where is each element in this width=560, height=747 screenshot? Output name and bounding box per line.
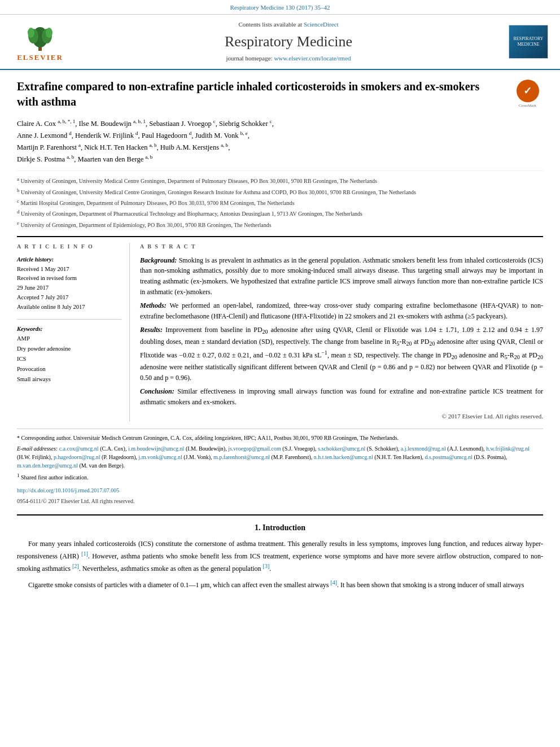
affiliation-d: d University of Groningen, Department of… — [17, 208, 543, 218]
received-revised-date: 29 June 2017 — [17, 283, 121, 293]
abstract-background: Background: Smoking is as prevalent in a… — [140, 255, 543, 297]
history-label: Article history: — [17, 255, 121, 265]
abstract-conclusion: Conclusion: Similar effectiveness in imp… — [140, 386, 543, 407]
elsevier-tree-icon — [23, 20, 57, 51]
ref-4[interactable]: [4] — [330, 579, 337, 586]
keyword-provocation: Provocation — [17, 364, 121, 374]
intro-para-2: Cigarette smoke consists of particles wi… — [17, 578, 543, 591]
authors-text: Claire A. Cox a, b, *, 1, Ilse M. Boudew… — [17, 120, 274, 163]
two-column-section: A R T I C L E I N F O Article history: R… — [17, 236, 543, 422]
article-content: Extrafine compared to non-extrafine part… — [0, 70, 560, 606]
keyword-ics: ICS — [17, 354, 121, 364]
crossmark-circle-icon: ✓ — [517, 80, 539, 102]
article-info-label: A R T I C L E I N F O — [17, 243, 121, 251]
corresponding-address: Universitair Medisch Centrum Groningen, … — [73, 435, 399, 441]
email-vandenberge[interactable]: m.van.den.berge@umcg.nl — [17, 462, 78, 469]
footnotes-section: * Corresponding author. Universitair Med… — [17, 429, 543, 505]
crossmark-label: CrossMark — [519, 103, 536, 109]
journal-center: Contents lists available at ScienceDirec… — [71, 20, 506, 63]
page-wrapper: Respiratory Medicine 130 (2017) 35–42 EL… — [0, 0, 560, 606]
email-addresses: E-mail addresses: c.a.cox@umcg.nl (C.A. … — [17, 444, 543, 470]
keywords-label: Keywords: — [17, 324, 121, 334]
journal-logo-right: RESPIRATORYMEDICINE — [506, 25, 551, 59]
corresponding-star: * Corresponding author. — [17, 435, 73, 441]
article-title: Extrafine compared to non-extrafine part… — [17, 79, 543, 110]
affiliation-b: b University of Groningen, University Me… — [17, 187, 543, 196]
authors-section: Claire A. Cox a, b, *, 1, Ilse M. Boudew… — [17, 117, 543, 165]
crossmark-badge[interactable]: ✓ CrossMark — [512, 79, 543, 110]
email-frijlink[interactable]: h.w.frijlink@rug.nl — [486, 445, 530, 452]
email-hagedoorn[interactable]: p.hagedoorn@rug.nl — [54, 454, 100, 460]
journal-title: Respiratory Medicine — [71, 32, 506, 52]
received-date: Received 1 May 2017 — [17, 265, 121, 274]
science-direct-line: Contents lists available at ScienceDirec… — [71, 20, 506, 29]
crossmark-check-icon: ✓ — [523, 84, 532, 98]
email-farenhorst[interactable]: m.p.farenhorst@umcg.nl — [213, 454, 270, 460]
abstract-methods: Methods: We performed an open-label, ran… — [140, 300, 543, 321]
email-postma[interactable]: d.s.postma@umcg.nl — [425, 454, 472, 460]
journal-reference-bar: Respiratory Medicine 130 (2017) 35–42 — [0, 0, 560, 15]
affiliation-c: c Martini Hospital Groningen, Department… — [17, 198, 543, 207]
email-label: E-mail addresses: — [17, 445, 59, 452]
article-info-column: A R T I C L E I N F O Article history: R… — [17, 243, 130, 422]
ref-2[interactable]: [2] — [72, 563, 79, 569]
article-title-section: Extrafine compared to non-extrafine part… — [17, 79, 543, 110]
shared-author-note: 1 Shared first author indication. — [17, 472, 543, 482]
email-boudewijn[interactable]: i.m.boudewijn@umcg.nl — [128, 445, 184, 452]
article-history: Article history: Received 1 May 2017 Rec… — [17, 255, 121, 312]
keyword-small-airways: Small airways — [17, 374, 121, 385]
elsevier-label: ELSEVIER — [17, 53, 63, 63]
received-revised-label: Received in revised form — [17, 274, 121, 283]
introduction-title: 1. Introduction — [17, 522, 543, 534]
background-text: Smoking is as prevalent in asthmatics as… — [140, 256, 543, 296]
doi-link[interactable]: http://dx.doi.org/10.1016/j.rmed.2017.07… — [17, 487, 119, 493]
results-label: Results: — [140, 326, 163, 334]
background-label: Background: — [140, 256, 177, 264]
accepted-date: Accepted 7 July 2017 — [17, 293, 121, 303]
journal-header: ELSEVIER Contents lists available at Sci… — [0, 15, 560, 69]
svg-point-4 — [28, 28, 34, 38]
intro-para-1: For many years inhaled corticosteroids (… — [17, 539, 543, 574]
methods-text: We performed an open-label, randomized, … — [140, 302, 543, 320]
email-cox[interactable]: c.a.cox@umcg.nl — [59, 445, 99, 452]
introduction-section: 1. Introduction For many years inhaled c… — [17, 514, 543, 591]
affiliation-a: a University of Groningen, University Me… — [17, 176, 543, 185]
email-vroegop[interactable]: js.vroegop@gmail.com — [228, 445, 281, 452]
corresponding-author-note: * Corresponding author. Universitair Med… — [17, 434, 543, 442]
email-tenhacken[interactable]: n.h.t.ten.hacken@umcg.nl — [314, 454, 373, 460]
elsevier-logo: ELSEVIER — [9, 20, 71, 63]
email-schokker[interactable]: s.schokker@umcg.nl — [318, 445, 365, 452]
email-vonk[interactable]: j.m.vonk@umcg.nl — [139, 454, 182, 460]
ref-1[interactable]: [1] — [81, 551, 88, 557]
divider — [17, 319, 121, 320]
svg-point-5 — [46, 28, 53, 38]
abstract-content: Background: Smoking is as prevalent in a… — [140, 255, 543, 422]
doi-section: http://dx.doi.org/10.1016/j.rmed.2017.07… — [17, 486, 543, 495]
abstract-results: Results: Improvement from baseline in PD… — [140, 325, 543, 383]
issn-section: 0954-6111/© 2017 Elsevier Ltd. All right… — [17, 497, 543, 505]
homepage-line: journal homepage: www.elsevier.com/locat… — [71, 54, 506, 63]
resp-med-logo-icon: RESPIRATORYMEDICINE — [509, 25, 548, 59]
homepage-url[interactable]: www.elsevier.com/locate/rmed — [274, 55, 351, 62]
abstract-copyright: © 2017 Elsevier Ltd. All rights reserved… — [140, 412, 543, 421]
abstract-label-header: A B S T R A C T — [140, 243, 543, 251]
keyword-dry-powder: Dry powder adenosine — [17, 344, 121, 354]
conclusion-label: Conclusion: — [140, 387, 174, 395]
science-direct-link[interactable]: ScienceDirect — [304, 21, 339, 28]
affiliation-e: e University of Groningen, Department of… — [17, 220, 543, 229]
svg-rect-6 — [39, 47, 41, 51]
available-date: Available online 8 July 2017 — [17, 303, 121, 312]
affiliations-section: a University of Groningen, University Me… — [17, 171, 543, 229]
abstract-column: A B S T R A C T Background: Smoking is a… — [140, 243, 543, 422]
keyword-amp: AMP — [17, 334, 121, 344]
keywords-section: Keywords: AMP Dry powder adenosine ICS P… — [17, 324, 121, 385]
journal-reference: Respiratory Medicine 130 (2017) 35–42 — [230, 4, 330, 11]
conclusion-text: Similar effectiveness in improving small… — [140, 387, 543, 406]
ref-3[interactable]: [3] — [263, 563, 270, 569]
introduction-text: For many years inhaled corticosteroids (… — [17, 539, 543, 590]
results-text: Improvement from baseline in PD20 adenos… — [140, 326, 543, 381]
email-lexmond[interactable]: a.j.lexmond@rug.nl — [401, 445, 446, 452]
methods-label: Methods: — [140, 302, 167, 309]
